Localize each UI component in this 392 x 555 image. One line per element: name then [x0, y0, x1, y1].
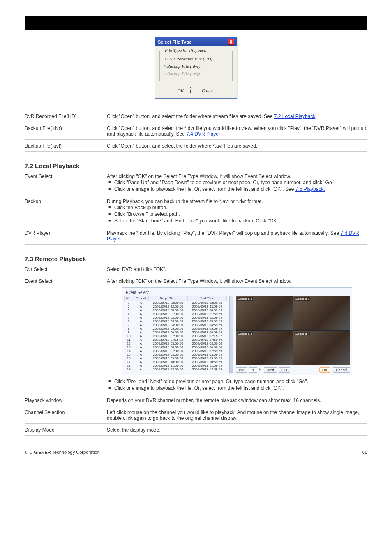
next-button[interactable]: Next — [264, 367, 277, 373]
radio-hd-label: DvR Recorded File (HD) — [167, 56, 212, 61]
camera-cell-2[interactable]: Camera 2 — [293, 296, 350, 331]
close-icon[interactable]: X — [228, 39, 234, 45]
scrollbar-icon[interactable] — [229, 296, 233, 373]
page-footer: © DIGIEVER Technology Corporation 65 — [25, 446, 367, 455]
bullet-text: Click "Browser" to select path. — [114, 211, 367, 217]
local-row-dvrplayer: DVR Player Playback the *.dvr file. By c… — [25, 228, 367, 245]
table-row[interactable]: 8A2009/05/19 05:00:002009/05/19 05:59:59 — [125, 327, 227, 331]
remote-label-playback-window: Playback window — [25, 395, 107, 406]
link-dvr-player[interactable]: 7.4 DVR Player — [186, 131, 220, 137]
page-input[interactable] — [249, 367, 257, 373]
table-row[interactable]: 17A2009/05/19 10:00:002009/05/19 10:59:5… — [125, 360, 227, 364]
pager: Pre /1 Next GO — [236, 365, 290, 373]
local-event-bullets: Click "Page Up" and "Page Down" to go pr… — [107, 179, 367, 192]
camera-label: Camera 2 — [294, 297, 310, 301]
row-hd: DvR Recorded File(HD) Click "Open" butto… — [25, 111, 367, 122]
footer-page-number: 65 — [362, 450, 367, 455]
table-row[interactable]: 6A2009/05/19 03:00:002009/05/19 03:59:59 — [125, 319, 227, 323]
page-total: /1 — [259, 368, 262, 372]
dialog-title-text: Select File Type — [158, 39, 191, 44]
remote-row-display-mode: Display Mode Select the display mode. — [25, 425, 367, 436]
file-type-groupbox: File Type for Playback ○ DvR Recorded Fi… — [159, 51, 233, 81]
remote-row-playback-window: Playback window Depends on your DVR chan… — [25, 395, 367, 406]
radio-dvr-label: Backup File (.dvr) — [167, 64, 200, 69]
column-header[interactable]: Begin Time — [149, 296, 188, 301]
link-playback[interactable]: 7.5 Playback. — [295, 186, 325, 192]
local-label-event-select: Event Select — [25, 171, 107, 195]
go-button[interactable]: GO — [279, 367, 290, 373]
event-ok-button[interactable]: OK — [319, 367, 330, 373]
table-row[interactable]: 13A2009/05/19 08:00:002009/05/19 06:50:5… — [125, 345, 227, 349]
event-table[interactable]: No.RecordBegin TimeEnd Time 1A2009/05/18… — [124, 296, 227, 371]
table-row[interactable]: 3A2009/05/19 00:00:002009/05/19 00:59:59 — [125, 308, 227, 312]
table-row[interactable]: 16A2009/05/19 09:00:002009/05/19 09:59:5… — [125, 356, 227, 360]
camera-cell-3[interactable]: Camera 3 — [236, 331, 293, 365]
event-select-panel: Event Select No.RecordBegin TimeEnd Time… — [122, 287, 352, 375]
local-backup-bullets: Click the Backup button. Click "Browser"… — [107, 204, 367, 224]
ok-button[interactable]: OK — [171, 87, 191, 94]
header-black-bar — [25, 16, 367, 30]
select-file-type-dialog: Select File Type X File Type for Playbac… — [155, 37, 237, 99]
table-row[interactable]: 2A2009/05/18 22:00:002009/05/18 23:59:59 — [125, 305, 227, 308]
bullet-text: Click "Pre" and "Next" to go previous or… — [114, 378, 367, 385]
radio-avf: ○ Backup File (.avf) — [163, 70, 229, 77]
table-row[interactable]: 10A2009/05/19 07:00:002009/05/19 07:15:0… — [125, 334, 227, 338]
remote-label-dvr-select: Dvr Select — [25, 264, 107, 275]
radio-dvr[interactable]: ○ Backup File (.dvr) — [163, 62, 229, 70]
bullet-text: Click the Backup button. — [114, 204, 367, 211]
radio-hd[interactable]: ○ DvR Recorded File (HD) — [163, 55, 229, 62]
row-avf: Backup File(.avf) Click "Open" button, a… — [25, 141, 367, 152]
cancel-button[interactable]: Cancel — [195, 87, 221, 94]
table-row[interactable]: 18A2009/05/19 11:00:002009/05/19 11:59:5… — [125, 364, 227, 368]
table-row[interactable]: 12A2009/05/19 08:00:002009/05/19 08:00:0… — [125, 342, 227, 345]
local-row-event-select: Event Select After clicking "OK" on the … — [25, 171, 367, 195]
event-ok-cancel: OK Cancel — [319, 365, 350, 373]
pre-button[interactable]: Pre — [236, 367, 247, 373]
table-row[interactable]: 9A2009/05/19 06:00:002009/05/19 06:59:59 — [125, 331, 227, 334]
event-cancel-button[interactable]: Cancel — [333, 367, 350, 373]
text-hd: Click "Open" button, and select the fold… — [107, 111, 367, 122]
link-local-playback[interactable]: 7.2 Local Playback — [274, 113, 316, 119]
table-row[interactable]: 7A2009/05/19 04:00:002009/05/19 04:59:59 — [125, 323, 227, 327]
label-dvr: Backup File(.dvr) — [25, 123, 107, 139]
dialog-titlebar: Select File Type X — [155, 37, 237, 46]
camera-label: Camera 1 — [237, 297, 253, 301]
local-row-backup: Backup During Playback, you can backup t… — [25, 196, 367, 227]
bullet-text: Click one image to playback the file. Or… — [114, 385, 367, 391]
text-dvr: Click "Open" button, and select the *.dv… — [107, 123, 367, 139]
remote-text-display-mode: Select the display mode. — [107, 425, 367, 435]
label-avf: Backup File(.avf) — [25, 141, 107, 151]
table-row[interactable]: 15A2009/05/19 08:00:002009/05/19 08:59:5… — [125, 353, 227, 356]
remote-row-event-select: Event Select After clicking "OK" on the … — [25, 276, 367, 394]
column-header[interactable]: End Time — [188, 296, 227, 301]
table-row[interactable]: 19A2009/05/19 12:00:002009/05/19 12:59:5… — [125, 368, 227, 371]
remote-label-channel-selection: Channel Selection — [25, 407, 107, 423]
table-row[interactable]: 14A2009/05/19 07:00:002009/05/19 07:59:5… — [125, 349, 227, 353]
remote-text-dvr-select: Select DVR and click "OK". — [107, 264, 367, 275]
table-row[interactable]: 11A2009/05/19 07:15:022009/05/19 07:59:5… — [125, 338, 227, 342]
table-row[interactable]: 1A2009/05/18 22:00:002009/05/18 22:00:00 — [125, 301, 227, 305]
remote-text-channel-selection: Left click mouse on the channel you woul… — [107, 407, 367, 423]
remote-text-event-select: After clicking "OK" on the Select File T… — [107, 278, 367, 284]
radio-avf-label: Backup File (.avf) — [167, 71, 200, 76]
table-row[interactable]: 5A2009/05/19 02:00:002009/05/19 02:59:59 — [125, 316, 227, 319]
bullet-text: Click one image to playback the file. Or… — [114, 186, 295, 192]
local-text-event-select: After clicking "OK" on the Select File T… — [107, 173, 367, 179]
table-row[interactable]: 4A2009/05/19 01:00:002009/05/19 01:59:59 — [125, 312, 227, 316]
local-text-dvrplayer: Playback the *.dvr file. By clicking "Pl… — [107, 230, 340, 236]
local-text-backup: During Playback, you can backup the stre… — [107, 199, 367, 204]
camera-label: Camera 4 — [294, 332, 310, 335]
remote-row-dvr-select: Dvr Select Select DVR and click "OK". — [25, 264, 367, 275]
camera-preview-grid: Camera 1 Camera 2 Camera 3 Camera 4 — [236, 296, 350, 365]
local-label-dvrplayer: DVR Player — [25, 228, 107, 244]
groupbox-label: File Type for Playback — [163, 48, 208, 53]
remote-label-event-select: Event Select — [25, 276, 107, 394]
remote-text-playback-window: Depends on your DVR channel number, the … — [107, 395, 367, 406]
camera-cell-1[interactable]: Camera 1 — [236, 296, 293, 331]
camera-cell-4[interactable]: Camera 4 — [293, 331, 350, 365]
column-header[interactable]: Record — [133, 296, 149, 301]
local-label-backup: Backup — [25, 196, 107, 227]
event-table-area: No.RecordBegin TimeEnd Time 1A2009/05/18… — [124, 296, 227, 373]
camera-label: Camera 3 — [237, 332, 253, 335]
column-header[interactable]: No. — [125, 296, 133, 301]
